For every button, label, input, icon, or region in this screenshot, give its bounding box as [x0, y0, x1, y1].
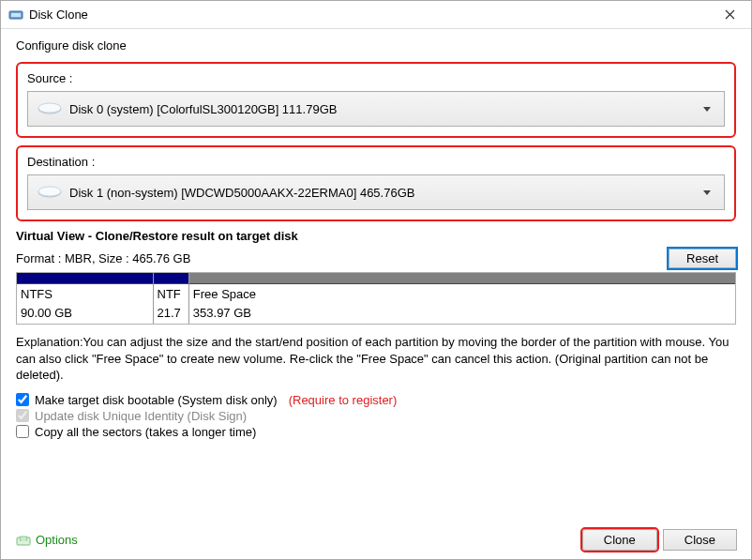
partition[interactable]: Free Space353.97 GB: [189, 273, 735, 324]
partition[interactable]: NTFS90.00 GB: [17, 273, 154, 324]
partition-size: 353.97 GB: [189, 303, 735, 322]
check-bootable-label: Make target disk bootable (System disk o…: [35, 393, 278, 407]
source-section: Source : Disk 0 (system) [ColorfulSL3001…: [16, 62, 736, 138]
page-heading: Configure disk clone: [16, 38, 736, 53]
close-button[interactable]: Close: [663, 529, 737, 551]
destination-section: Destination : Disk 1 (non-system) [WDCWD…: [16, 145, 736, 221]
chevron-down-icon: [703, 107, 711, 112]
explanation-text: Explanation:You can adjust the size and …: [16, 334, 736, 384]
close-icon: [725, 9, 735, 20]
window-close-button[interactable]: [708, 1, 751, 29]
check-bootable-input[interactable]: [16, 393, 29, 406]
check-uniqueid-input: [16, 409, 29, 422]
source-disk-text: Disk 0 (system) [ColorfulSL300120GB] 111…: [69, 102, 696, 116]
partition-name: Free Space: [189, 284, 735, 303]
partition-name: NTFS: [17, 284, 153, 303]
partition-color-bar: [154, 273, 188, 284]
partition-size: 90.00 GB: [17, 303, 153, 322]
check-bootable[interactable]: Make target disk bootable (System disk o…: [16, 393, 736, 407]
disk-icon: [38, 185, 62, 200]
destination-label: Destination :: [27, 155, 725, 169]
virtual-view-format: Format : MBR, Size : 465.76 GB: [16, 251, 190, 265]
check-uniqueid: Update disk Unique Identity (Disk Sign): [16, 409, 736, 423]
partition-map[interactable]: NTFS90.00 GBNTF21.7Free Space353.97 GB: [16, 272, 736, 325]
options-icon: [15, 532, 32, 549]
svg-point-5: [38, 187, 61, 196]
disk-icon: [38, 101, 62, 116]
virtual-view-section: Virtual View - Clone/Restore result on t…: [16, 229, 736, 325]
chevron-down-icon: [703, 190, 711, 195]
svg-point-3: [38, 103, 61, 113]
check-uniqueid-label: Update disk Unique Identity (Disk Sign): [35, 409, 247, 423]
destination-disk-dropdown[interactable]: Disk 1 (non-system) [WDCWD5000AAKX-22ERM…: [27, 174, 725, 210]
check-copyall-label: Copy all the sectors (takes a longer tim…: [35, 425, 256, 439]
check-bootable-note: (Require to register): [289, 393, 398, 407]
check-copyall[interactable]: Copy all the sectors (takes a longer tim…: [16, 425, 736, 439]
check-copyall-input[interactable]: [16, 425, 29, 438]
source-disk-dropdown[interactable]: Disk 0 (system) [ColorfulSL300120GB] 111…: [27, 91, 725, 127]
partition-size: 21.7: [154, 303, 188, 322]
reset-button[interactable]: Reset: [669, 249, 736, 268]
window-title: Disk Clone: [29, 8, 708, 22]
destination-disk-text: Disk 1 (non-system) [WDCWD5000AAKX-22ERM…: [69, 186, 696, 200]
app-icon: [8, 8, 23, 23]
clone-button[interactable]: Clone: [582, 529, 657, 551]
partition-name: NTF: [154, 284, 188, 303]
options-link[interactable]: Options: [36, 533, 78, 547]
partition[interactable]: NTF21.7: [154, 273, 189, 324]
virtual-view-title: Virtual View - Clone/Restore result on t…: [16, 229, 736, 243]
partition-color-bar: [189, 273, 735, 284]
source-label: Source :: [27, 71, 725, 85]
partition-color-bar: [17, 273, 153, 284]
svg-rect-1: [11, 13, 21, 17]
